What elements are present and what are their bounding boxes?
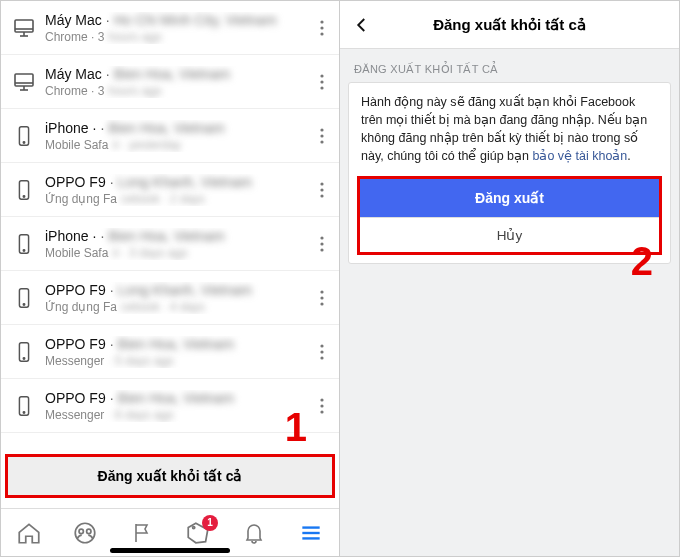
session-more-button[interactable] bbox=[309, 231, 335, 257]
session-more-button[interactable] bbox=[309, 177, 335, 203]
session-row[interactable]: iPhone ··Bien Hoa, VietnamMobile Safari … bbox=[1, 217, 339, 271]
logout-button[interactable]: Đăng xuất bbox=[360, 179, 659, 217]
tab-notifications[interactable] bbox=[234, 513, 274, 553]
tab-pages[interactable] bbox=[122, 513, 162, 553]
session-detail: cebook · 4 days bbox=[117, 300, 205, 314]
step-2-annotation: 2 bbox=[631, 239, 653, 284]
session-dot: · bbox=[102, 66, 114, 82]
more-vertical-icon bbox=[320, 20, 324, 36]
session-dot: · bbox=[106, 336, 118, 352]
phone-icon bbox=[9, 340, 39, 364]
session-location: Ho Chi Minh City, Vietnam bbox=[114, 12, 277, 28]
groups-icon bbox=[72, 520, 98, 546]
session-location: Bien Hoa, Vietnam bbox=[118, 390, 234, 406]
svg-point-25 bbox=[23, 249, 24, 250]
session-detail: ri · 3 days ago bbox=[108, 246, 187, 260]
session-row[interactable]: Máy Mac·Bien Hoa, VietnamChrome · 3hours… bbox=[1, 55, 339, 109]
session-more-button[interactable] bbox=[309, 393, 335, 419]
session-more-button[interactable] bbox=[309, 339, 335, 365]
tab-dating[interactable]: 1 bbox=[178, 513, 218, 553]
svg-point-26 bbox=[320, 236, 323, 239]
session-dot: · bbox=[96, 120, 108, 136]
session-list: Máy Mac·Ho Chi Minh City, VietnamChrome … bbox=[1, 1, 339, 433]
svg-point-47 bbox=[193, 526, 195, 528]
svg-point-37 bbox=[320, 350, 323, 353]
svg-point-46 bbox=[87, 529, 91, 533]
session-row[interactable]: OPPO F9·Long Khanh, VietnamỨng dụng Face… bbox=[1, 271, 339, 325]
svg-point-40 bbox=[23, 411, 24, 412]
session-row[interactable]: OPPO F9·Long Khanh, VietnamỨng dụng Face… bbox=[1, 163, 339, 217]
protect-account-link[interactable]: bảo vệ tài khoản bbox=[532, 149, 627, 163]
session-app: Ứng dụng Fa bbox=[45, 300, 117, 314]
session-dot: · bbox=[106, 174, 118, 190]
cancel-button[interactable]: Hủy bbox=[360, 218, 659, 252]
tab-home[interactable] bbox=[9, 513, 49, 553]
session-location: Bien Hoa, Vietnam bbox=[108, 120, 224, 136]
session-more-button[interactable] bbox=[309, 285, 335, 311]
session-detail: cebook · 2 days bbox=[117, 192, 205, 206]
svg-point-38 bbox=[320, 356, 323, 359]
svg-point-18 bbox=[320, 140, 323, 143]
header-title: Đăng xuất khỏi tất cả bbox=[340, 16, 679, 34]
logout-button-label: Đăng xuất bbox=[475, 190, 544, 206]
svg-point-31 bbox=[320, 290, 323, 293]
svg-point-23 bbox=[320, 194, 323, 197]
svg-point-5 bbox=[320, 26, 323, 29]
back-button[interactable] bbox=[340, 1, 384, 49]
svg-point-44 bbox=[76, 523, 96, 543]
desktop-icon bbox=[9, 16, 39, 40]
session-more-button[interactable] bbox=[309, 15, 335, 41]
svg-point-27 bbox=[320, 242, 323, 245]
session-detail: · 5 days ago bbox=[104, 354, 173, 368]
session-more-button[interactable] bbox=[309, 69, 335, 95]
session-device: OPPO F9 bbox=[45, 336, 106, 352]
session-dot: · bbox=[102, 12, 114, 28]
svg-point-21 bbox=[320, 182, 323, 185]
session-device: iPhone · bbox=[45, 120, 96, 136]
session-detail: · 6 days ago bbox=[104, 408, 173, 422]
session-device: iPhone · bbox=[45, 228, 96, 244]
session-device: OPPO F9 bbox=[45, 390, 106, 406]
more-vertical-icon bbox=[320, 236, 324, 252]
buttons-highlight: Đăng xuất Hủy bbox=[357, 176, 662, 255]
tab-menu[interactable] bbox=[291, 513, 331, 553]
header: Đăng xuất khỏi tất cả bbox=[340, 1, 679, 49]
flag-icon bbox=[130, 520, 154, 546]
svg-point-12 bbox=[320, 80, 323, 83]
more-vertical-icon bbox=[320, 290, 324, 306]
home-icon bbox=[16, 520, 42, 546]
svg-point-16 bbox=[320, 128, 323, 131]
confirm-message: Hành động này sẽ đăng xuất bạn khỏi Face… bbox=[349, 83, 670, 170]
phone-icon bbox=[9, 286, 39, 310]
logout-all-button[interactable]: Đăng xuất khỏi tất cả bbox=[5, 454, 335, 498]
svg-point-36 bbox=[320, 344, 323, 347]
tab-badge: 1 bbox=[202, 515, 218, 531]
cancel-button-label: Hủy bbox=[497, 227, 523, 243]
menu-icon bbox=[298, 520, 324, 546]
session-text: OPPO F9·Bien Hoa, VietnamMessenger· 6 da… bbox=[39, 390, 309, 422]
session-dot: · bbox=[106, 282, 118, 298]
svg-point-6 bbox=[320, 32, 323, 35]
desktop-icon bbox=[9, 70, 39, 94]
session-row[interactable]: Máy Mac·Ho Chi Minh City, VietnamChrome … bbox=[1, 1, 339, 55]
more-vertical-icon bbox=[320, 128, 324, 144]
tab-groups[interactable] bbox=[65, 513, 105, 553]
session-device: OPPO F9 bbox=[45, 174, 106, 190]
svg-point-45 bbox=[80, 529, 84, 533]
session-row[interactable]: OPPO F9·Bien Hoa, VietnamMessenger· 5 da… bbox=[1, 325, 339, 379]
session-text: iPhone ··Bien Hoa, VietnamMobile Safari … bbox=[39, 228, 309, 260]
more-vertical-icon bbox=[320, 182, 324, 198]
session-row[interactable]: iPhone ··Bien Hoa, VietnamMobile Safari … bbox=[1, 109, 339, 163]
session-location: Bien Hoa, Vietnam bbox=[114, 66, 230, 82]
session-location: Bien Hoa, Vietnam bbox=[108, 228, 224, 244]
session-text: OPPO F9·Bien Hoa, VietnamMessenger· 5 da… bbox=[39, 336, 309, 368]
session-app: Messenger bbox=[45, 354, 104, 368]
session-device: Máy Mac bbox=[45, 66, 102, 82]
session-location: Bien Hoa, Vietnam bbox=[118, 336, 234, 352]
session-detail: hours ago bbox=[104, 84, 161, 98]
session-dot: · bbox=[96, 228, 108, 244]
session-app: Chrome · 3 bbox=[45, 30, 104, 44]
more-vertical-icon bbox=[320, 74, 324, 90]
step-1-annotation: 1 bbox=[285, 405, 307, 450]
session-more-button[interactable] bbox=[309, 123, 335, 149]
